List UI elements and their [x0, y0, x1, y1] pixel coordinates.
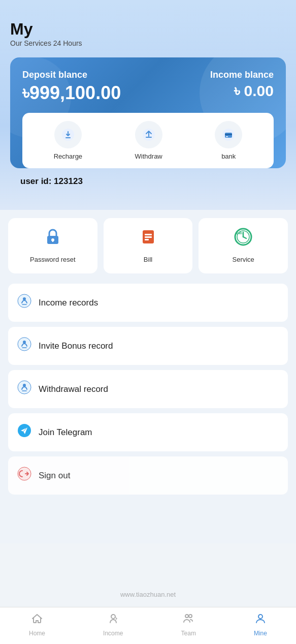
svg-rect-11	[145, 234, 152, 235]
income-records-item[interactable]: Income records	[8, 284, 288, 322]
top-section: My Our Services 24 Hours Deposit blance …	[0, 0, 296, 210]
bill-label: Bill	[144, 256, 152, 264]
invite-bonus-icon	[17, 337, 31, 355]
nav-team-label: Team	[181, 630, 196, 637]
bank-label: bank	[221, 152, 236, 160]
withdrawal-icon	[17, 380, 31, 398]
mine-nav-icon	[254, 612, 267, 628]
nav-team[interactable]: Team	[181, 612, 196, 637]
nav-home[interactable]: Home	[29, 612, 45, 637]
svg-point-27	[111, 615, 115, 619]
withdraw-label: Withdraw	[135, 152, 162, 160]
team-nav-icon	[182, 612, 194, 628]
svg-rect-13	[145, 239, 149, 240]
svg-rect-5	[225, 134, 232, 135]
nav-mine-label: Mine	[254, 630, 267, 637]
sign-out-label: Sign out	[39, 471, 70, 481]
deposit-amount: ৳999,100.00	[22, 82, 210, 104]
svg-point-28	[185, 615, 188, 618]
balance-card: Deposit blance ৳999,100.00 Income blance…	[10, 57, 286, 168]
income-records-icon	[17, 294, 31, 312]
service-button[interactable]: 24h Service	[199, 218, 288, 273]
page-subtitle: Our Services 24 Hours	[10, 39, 286, 47]
withdrawal-record-label: Withdrawal record	[39, 384, 108, 394]
home-icon	[31, 612, 43, 628]
action-row: Recharge Withdraw	[22, 113, 274, 168]
mid-section: Password reset Bill 24h	[0, 210, 296, 543]
recharge-label: Recharge	[54, 152, 82, 160]
withdraw-icon	[135, 121, 162, 148]
svg-rect-12	[145, 236, 152, 238]
svg-rect-6	[226, 136, 228, 137]
svg-point-30	[258, 615, 262, 619]
svg-point-22	[23, 341, 26, 344]
service-label: Service	[233, 256, 254, 264]
bill-button[interactable]: Bill	[104, 218, 193, 273]
income-records-label: Income records	[39, 298, 98, 308]
svg-rect-1	[65, 137, 71, 138]
svg-point-29	[189, 615, 192, 618]
bill-icon	[139, 227, 158, 251]
withdrawal-record-item[interactable]: Withdrawal record	[8, 370, 288, 408]
income-amount: ৳ 0.00	[210, 82, 274, 100]
join-telegram-label: Join Telegram	[39, 427, 92, 438]
nav-mine[interactable]: Mine	[254, 612, 267, 637]
svg-line-17	[243, 237, 246, 238]
nav-income[interactable]: Income	[103, 612, 123, 637]
join-telegram-item[interactable]: Join Telegram	[8, 413, 288, 451]
password-reset-button[interactable]: Password reset	[8, 218, 97, 273]
nav-home-label: Home	[29, 630, 45, 637]
quick-menu-row: Password reset Bill 24h	[8, 218, 288, 273]
user-id: user id: 123123	[10, 168, 286, 195]
bank-icon	[215, 121, 242, 148]
bank-button[interactable]: bank	[215, 121, 242, 160]
svg-point-20	[23, 297, 26, 300]
withdraw-button[interactable]: Withdraw	[135, 121, 162, 160]
bottom-nav: Home Income Team	[0, 607, 296, 644]
watermark: www.tiaozhuan.net	[120, 591, 176, 598]
svg-point-24	[23, 384, 26, 387]
lock-icon	[43, 227, 62, 251]
recharge-button[interactable]: Recharge	[54, 121, 82, 160]
service-icon: 24h	[234, 227, 253, 251]
page-title: My	[10, 20, 286, 38]
sign-out-item[interactable]: Sign out	[8, 456, 288, 495]
recharge-icon	[54, 121, 82, 148]
password-reset-label: Password reset	[30, 256, 76, 264]
deposit-label: Deposit blance	[22, 70, 210, 80]
signout-icon	[17, 467, 31, 484]
invite-bonus-label: Invite Bonus record	[39, 341, 113, 351]
list-section: Income records Invite Bonus record	[8, 284, 288, 535]
nav-income-label: Income	[103, 630, 123, 637]
svg-text:24h: 24h	[236, 231, 242, 235]
income-nav-icon	[107, 612, 119, 628]
telegram-icon	[17, 423, 31, 441]
income-label: Income blance	[210, 70, 274, 80]
invite-bonus-item[interactable]: Invite Bonus record	[8, 327, 288, 365]
